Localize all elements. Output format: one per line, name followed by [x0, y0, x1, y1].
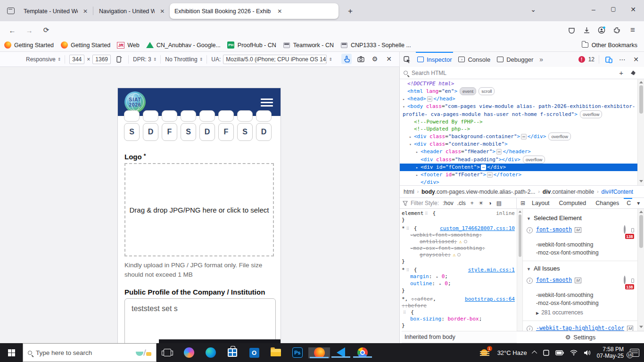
info-icon[interactable]: i [527, 227, 533, 233]
toggle-hover-button[interactable]: :hov [443, 200, 454, 206]
rule-selector[interactable]: bootstrap.css:64*, ::after, ::before [402, 296, 517, 309]
weather-text[interactable]: 32°C Haze [497, 349, 527, 356]
viewport-height-input[interactable]: 1369 [92, 55, 111, 64]
hamburger-menu-icon[interactable] [261, 99, 273, 109]
css-property[interactable]: -webkit-font-smoothing: [402, 232, 517, 239]
letter-box-clipped[interactable] [124, 110, 140, 122]
tab-close-icon[interactable]: ✕ [83, 7, 88, 16]
css-declaration[interactable]: outline: ▸ 0; [402, 280, 517, 288]
suggestion-icon[interactable] [464, 240, 467, 243]
compat-property-link[interactable]: -webkit-tap-highlight-color [536, 325, 624, 331]
markup-line[interactable]: ▸<footer id="fFooter">⋯</footer> [400, 171, 637, 179]
tab-close-icon[interactable]: ✕ [275, 7, 284, 16]
compat-scrollbar[interactable] [637, 209, 644, 331]
expand-arrow-icon[interactable]: ▸ [416, 164, 421, 171]
markup-line[interactable]: <div class="head-padding"></div>overflow [400, 156, 637, 164]
rule-drag-handle[interactable]: ⠿ [406, 268, 410, 272]
logo-dropzone[interactable]: Drag & drop JPG/PNG here or click to sel… [124, 163, 274, 256]
app-menu-icon[interactable]: ≡ [627, 25, 638, 36]
clock[interactable]: 7:58 PM07-May-25 [597, 346, 624, 359]
taskbar-app-task-view[interactable] [157, 349, 178, 356]
touch-simulation-icon[interactable] [341, 54, 352, 64]
node-badge[interactable]: overflow [548, 132, 570, 140]
rotate-viewport-icon[interactable] [114, 54, 124, 65]
breadcrumb-item[interactable]: html [404, 189, 414, 195]
back-button[interactable]: ← [7, 25, 18, 36]
markup-scrollbar[interactable] [637, 79, 644, 185]
taskbar-search-input[interactable]: Type here to search [23, 343, 157, 362]
rdm-settings-icon[interactable]: ⚙ [370, 54, 380, 64]
bookmark-item[interactable]: Getting Started [60, 41, 110, 49]
bookmark-item[interactable]: CN_Anubhav - Google... [146, 41, 221, 49]
taskbar-app-photoshop[interactable]: Ps [287, 347, 308, 358]
info-icon[interactable]: i [527, 326, 533, 331]
letter-box[interactable]: D [199, 123, 215, 141]
taskbar-app-firefox[interactable] [308, 347, 330, 358]
add-node-icon[interactable]: + [619, 69, 623, 77]
stylesheet-link[interactable]: style.min.css:1 [468, 267, 515, 273]
more-tabs-icon[interactable]: » [539, 56, 543, 63]
rule-selector[interactable]: custom_1746628007.css:10*⠿ { [402, 225, 517, 232]
wifi-icon[interactable] [570, 350, 578, 355]
markup-line[interactable]: ▾<div class="container-mobile"> [400, 140, 637, 148]
search-html-input[interactable]: Search HTML [412, 70, 446, 76]
list-tabs-button[interactable]: ⌄ [526, 6, 540, 13]
letter-box[interactable]: S [124, 123, 140, 141]
browser-tab[interactable]: Template - United Web Network✕ [19, 3, 92, 19]
taskbar-app-outlook[interactable]: O [243, 348, 265, 358]
taskbar-app-copilot[interactable] [178, 347, 200, 358]
css-value[interactable]: antialiased;⚠ [402, 239, 517, 245]
forward-button[interactable]: → [24, 25, 35, 36]
sidebar-tab-layout[interactable]: Layout [527, 198, 554, 208]
expand-arrow-icon[interactable]: ▸ [416, 172, 421, 179]
taskbar-app-chrome[interactable] [352, 347, 373, 358]
suggestion-icon[interactable] [457, 253, 461, 256]
volume-icon[interactable] [584, 350, 591, 356]
css-value[interactable]: grayscale;⚠ [402, 252, 517, 258]
taskbar-app-file-explorer[interactable] [265, 349, 287, 356]
account-icon[interactable] [596, 25, 607, 36]
viewport-width-input[interactable]: 344 [69, 55, 84, 64]
expand-arrow-icon[interactable]: ▾ [409, 141, 414, 148]
bookmark-item[interactable]: Getting Started [4, 41, 54, 49]
downloads-icon[interactable] [581, 25, 592, 36]
css-declaration[interactable]: box-sizing: border-box; [402, 316, 517, 322]
markup-line-selected[interactable]: ▸<div id="fContent">⋯</div> [400, 164, 637, 171]
markup-view[interactable]: <!DOCTYPE html><html lang="en">eventscro… [400, 79, 637, 185]
rule-drag-handle[interactable]: ⠿ [403, 310, 406, 315]
element-picker-icon[interactable] [402, 54, 412, 65]
profile-textarea[interactable]: teststest set s [124, 298, 276, 343]
devtools-tab-inspector[interactable]: Inspector [414, 52, 455, 67]
firefox-view-icon[interactable] [5, 5, 17, 17]
notification-center-icon[interactable]: 16 [630, 349, 639, 357]
breadcrumb[interactable]: html›body.com-pages.view-module.alias-.p… [400, 185, 644, 197]
extensions-icon[interactable] [611, 25, 622, 36]
devtools-tab-console[interactable]: ›Console [455, 52, 494, 67]
protections-icon[interactable] [566, 25, 577, 36]
expand-arrow-icon[interactable]: ▸ [403, 96, 407, 103]
taskbar-app-edge[interactable] [200, 347, 222, 358]
rules-view[interactable]: inlineelement⠿ {}custom_1746628007.css:1… [400, 209, 517, 343]
letter-box-clipped[interactable] [181, 110, 196, 122]
collapsed-children-icon[interactable]: ⋯ [427, 96, 432, 102]
devtools-tab-debugger[interactable]: Debugger [494, 52, 537, 67]
sidebar-tabs-dropdown-icon[interactable]: ▾ [637, 200, 640, 206]
compat-property-link[interactable]: font-smooth [536, 277, 572, 283]
letter-box[interactable]: F [218, 123, 234, 141]
ua-input[interactable]: Mozilla/5.0 (iPhone; CPU iPhone OS 14_6 … [223, 55, 327, 64]
devtools-menu-icon[interactable]: ⋯ [617, 54, 627, 65]
compat-settings-bar[interactable]: ⚙ Settings [517, 331, 644, 343]
close-window-button[interactable]: ✕ [626, 6, 640, 13]
minimize-button[interactable]: – [586, 6, 601, 13]
compat-property-link[interactable]: font-smooth [536, 226, 572, 233]
new-rule-icon[interactable]: + [471, 200, 474, 206]
markup-line[interactable]: <!--Powered By fPHP--> [400, 118, 637, 125]
taskbar-app-vscode[interactable] [330, 347, 352, 358]
node-badge[interactable]: event [460, 87, 476, 95]
stylesheet-link[interactable]: inline [496, 210, 515, 217]
battery-icon[interactable] [555, 350, 564, 355]
device-selector[interactable]: Responsive [26, 56, 56, 63]
collapsed-children-icon[interactable]: ⋯ [487, 172, 492, 178]
expand-shorthand-icon[interactable]: ▸ [439, 282, 444, 286]
tablet-icon[interactable] [543, 349, 549, 356]
